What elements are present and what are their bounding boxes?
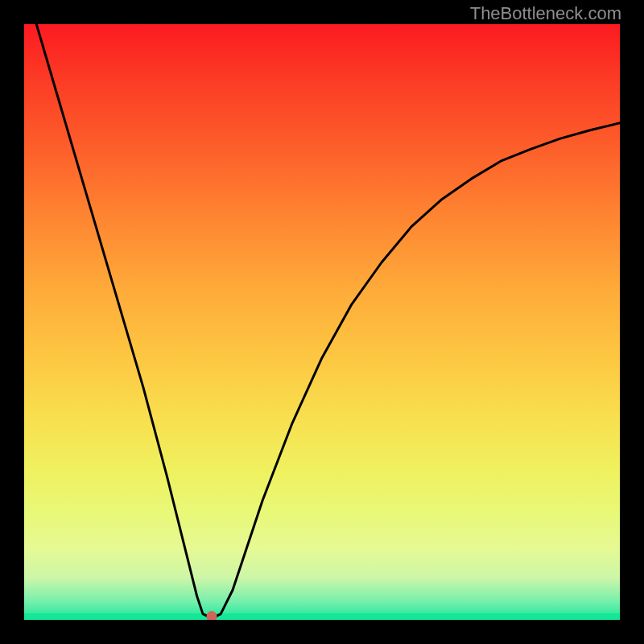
bottleneck-curve-path (24, 24, 620, 617)
watermark-text: TheBottleneck.com (470, 3, 621, 24)
optimum-marker (207, 611, 217, 620)
bottleneck-curve-svg (24, 24, 620, 620)
chart-frame: TheBottleneck.com (0, 0, 644, 644)
plot-area (24, 24, 620, 620)
